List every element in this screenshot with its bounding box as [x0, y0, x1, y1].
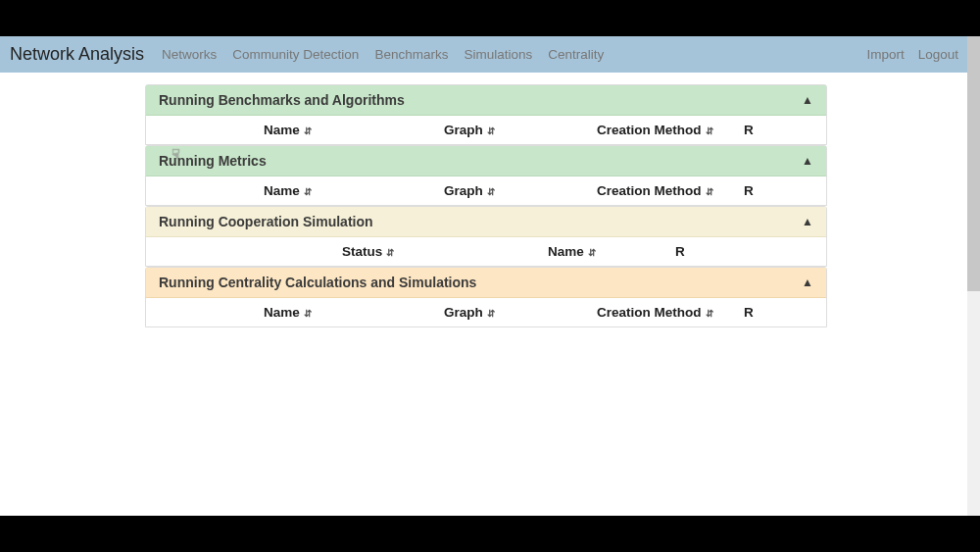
sort-icon [706, 308, 713, 319]
col-name[interactable]: Name [264, 123, 444, 137]
col-creation-method[interactable]: Creation Method [597, 123, 744, 137]
letterbox-top [0, 0, 980, 36]
col-r[interactable]: R [744, 305, 826, 320]
col-graph[interactable]: Graph [444, 305, 597, 320]
panel-benchmarks-title: Running Benchmarks and Algorithms [159, 92, 405, 108]
panel-coop-sim-columns: Status Name R [146, 237, 826, 266]
chevron-up-icon[interactable]: ▲ [802, 276, 813, 289]
panel-centrality-columns: Name Graph Creation Method R [146, 298, 826, 326]
col-r[interactable]: R [675, 244, 826, 259]
col-name[interactable]: Name [548, 244, 675, 259]
nav-benchmarks[interactable]: Benchmarks [374, 47, 448, 62]
sort-icon [386, 247, 394, 258]
panel-benchmarks: Running Benchmarks and Algorithms ▲ Name… [145, 84, 827, 145]
content-area: Running Benchmarks and Algorithms ▲ Name… [145, 73, 827, 327]
nav-import[interactable]: Import [866, 47, 904, 62]
sort-icon [706, 125, 713, 136]
col-r[interactable]: R [744, 123, 826, 137]
nav-centrality[interactable]: Centrality [548, 47, 604, 62]
col-r[interactable]: R [744, 183, 826, 198]
sort-icon [487, 125, 495, 136]
panel-metrics-header[interactable]: Running Metrics ▲ [146, 146, 826, 176]
sort-icon [304, 125, 312, 136]
panel-centrality-title: Running Centrality Calculations and Simu… [159, 275, 476, 290]
scrollbar-vertical[interactable] [967, 36, 980, 516]
navbar: Network Analysis Networks Community Dete… [0, 36, 980, 73]
sort-icon [304, 308, 312, 319]
col-graph[interactable]: Graph [444, 183, 597, 198]
panel-metrics-title: Running Metrics [159, 153, 267, 169]
sort-icon [304, 186, 312, 197]
col-name[interactable]: Name [264, 305, 444, 320]
panel-metrics-columns: Name Graph Creation Method R [146, 176, 826, 205]
panel-centrality-header[interactable]: Running Centrality Calculations and Simu… [146, 268, 826, 298]
panel-metrics: Running Metrics ▲ Name Graph Creation Me… [145, 145, 827, 206]
nav-networks[interactable]: Networks [162, 47, 217, 62]
nav-links-right: Import Logout [866, 47, 958, 62]
nav-simulations[interactable]: Simulations [464, 47, 532, 62]
scrollbar-thumb[interactable] [967, 36, 980, 291]
chevron-up-icon[interactable]: ▲ [802, 93, 813, 107]
col-creation-method[interactable]: Creation Method [597, 183, 744, 198]
col-status[interactable]: Status [342, 244, 548, 259]
col-creation-method[interactable]: Creation Method [597, 305, 744, 320]
col-name[interactable]: Name [264, 183, 444, 198]
nav-community-detection[interactable]: Community Detection [232, 47, 359, 62]
chevron-up-icon[interactable]: ▲ [802, 215, 813, 228]
letterbox-bottom [0, 516, 980, 552]
nav-logout[interactable]: Logout [918, 47, 958, 62]
sort-icon [487, 308, 495, 319]
sort-icon [487, 186, 495, 197]
chevron-up-icon[interactable]: ▲ [802, 154, 813, 168]
panel-benchmarks-header[interactable]: Running Benchmarks and Algorithms ▲ [146, 85, 826, 116]
panel-centrality: Running Centrality Calculations and Simu… [145, 267, 827, 327]
sort-icon [706, 186, 713, 197]
panel-coop-sim-header[interactable]: Running Cooperation Simulation ▲ [146, 207, 826, 237]
panel-coop-sim-title: Running Cooperation Simulation [159, 214, 373, 229]
app-viewport: Network Analysis Networks Community Dete… [0, 36, 980, 516]
panel-benchmarks-columns: Name Graph Creation Method R [146, 116, 826, 144]
nav-links-left: Networks Community Detection Benchmarks … [162, 47, 866, 62]
panel-coop-sim: Running Cooperation Simulation ▲ Status … [145, 206, 827, 267]
col-graph[interactable]: Graph [444, 123, 597, 137]
brand[interactable]: Network Analysis [10, 44, 144, 65]
sort-icon [588, 247, 596, 258]
